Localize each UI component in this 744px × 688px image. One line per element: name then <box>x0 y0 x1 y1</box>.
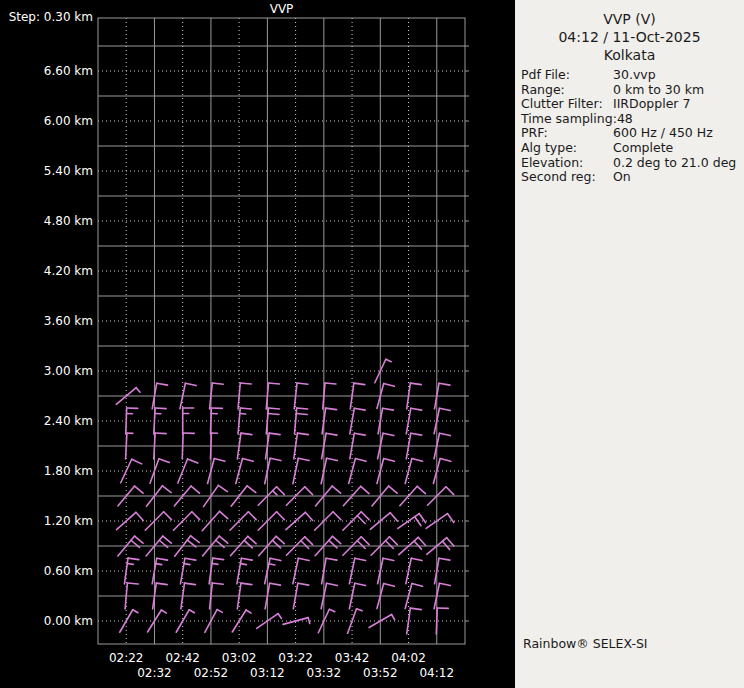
wind-barb <box>286 512 313 529</box>
site-name: Kolkata <box>515 46 744 64</box>
parameter-row: Time sampling:48 <box>521 112 742 127</box>
x-axis-label: 03:42 <box>322 650 382 666</box>
parameter-row: Range:0 km to 30 km <box>521 83 742 98</box>
barb-segment <box>240 408 251 409</box>
barb-segment <box>269 383 280 384</box>
barb-segment <box>191 536 200 543</box>
parameter-value: 0 km to 30 km <box>613 83 742 98</box>
barb-segment <box>191 486 199 493</box>
barb-segment <box>389 486 397 493</box>
wind-barb <box>205 610 223 633</box>
barb-segment <box>383 558 394 560</box>
y-axis-label: 6.00 km <box>0 113 93 129</box>
barb-segment <box>241 583 252 585</box>
x-axis-label: 02:22 <box>96 650 156 666</box>
barb-segment <box>270 458 281 460</box>
barb-segment <box>247 486 256 493</box>
barb-segment <box>383 433 394 435</box>
y-axis-label: 1.80 km <box>0 463 93 479</box>
barb-segment <box>278 614 281 619</box>
barb-segment <box>386 541 394 549</box>
barb-segment <box>185 583 196 585</box>
barb-segment <box>244 540 252 547</box>
barb-segment <box>357 609 363 611</box>
barb-segment <box>266 383 268 409</box>
y-axis-label: 4.20 km <box>0 263 93 279</box>
barb-segment <box>355 583 366 585</box>
barb-segment <box>241 558 252 560</box>
barb-segment <box>269 564 275 565</box>
barb-segment <box>332 486 340 493</box>
barb-segment <box>240 414 246 415</box>
barb-segment <box>155 408 166 409</box>
barb-segment <box>329 540 337 547</box>
barb-segment <box>161 610 166 613</box>
product-info-panel: VVP (V) 04:12 / 11-Oct-2025 Kolkata Pdf … <box>515 0 744 688</box>
barb-segment <box>217 610 222 613</box>
y-axis-label: 0.60 km <box>0 563 93 579</box>
barb-segment <box>210 408 211 434</box>
parameter-value: IIRDoppler 7 <box>613 97 742 112</box>
barb-segment <box>157 383 168 385</box>
barb-segment <box>126 433 127 459</box>
barb-segment <box>163 536 171 543</box>
barb-segment <box>410 608 421 610</box>
parameter-label: Range: <box>521 83 613 98</box>
barb-segment <box>126 408 127 434</box>
barb-segment <box>277 512 285 520</box>
barb-segment <box>266 408 268 434</box>
barb-segment <box>248 536 256 543</box>
barb-segment <box>361 512 369 520</box>
barb-segment <box>410 383 421 385</box>
barb-segment <box>355 458 366 461</box>
barb-segment <box>268 414 279 415</box>
barb-segment <box>361 537 369 545</box>
wind-barb <box>377 458 394 483</box>
parameter-label: Elevation: <box>521 156 613 171</box>
wind-barb <box>154 408 166 434</box>
parameter-row: Elevation:0.2 deg to 21.0 deg <box>521 156 742 171</box>
barb-segment <box>125 583 127 609</box>
parameter-label: Pdf File: <box>521 68 613 83</box>
barb-segment <box>189 610 194 613</box>
barb-segment <box>297 383 308 384</box>
barb-segment <box>162 486 171 493</box>
y-axis-label: 3.00 km <box>0 363 93 379</box>
barb-segment <box>384 583 395 586</box>
barb-segment <box>305 512 312 520</box>
barb-segment <box>447 538 454 546</box>
x-axis-label: 03:32 <box>294 665 354 681</box>
barb-segment <box>220 511 228 518</box>
parameter-value: 0.2 deg to 21.0 deg <box>613 156 742 171</box>
barb-segment <box>305 537 313 545</box>
barb-segment <box>270 558 281 560</box>
barb-segment <box>412 583 423 586</box>
barb-segment <box>301 541 309 549</box>
barb-segment <box>156 564 162 565</box>
barb-segment <box>440 458 451 461</box>
barb-segment <box>246 610 251 613</box>
wind-barb <box>232 610 251 632</box>
barb-segment <box>127 564 133 565</box>
parameter-value: Complete <box>613 141 742 156</box>
barb-segment <box>390 537 398 545</box>
barb-segment <box>241 433 252 435</box>
x-axis-label: 02:52 <box>181 665 241 681</box>
parameter-value: 600 Hz / 450 Hz <box>613 126 742 141</box>
barb-segment <box>135 536 143 543</box>
x-axis-label: 04:12 <box>407 665 467 681</box>
barb-segment <box>127 583 138 584</box>
barb-segment <box>446 487 454 495</box>
barb-segment <box>218 485 227 491</box>
barb-segment <box>327 458 338 460</box>
barb-segment <box>439 433 450 435</box>
barb-segment <box>133 610 138 613</box>
barb-segment <box>384 458 395 461</box>
barb-segment <box>329 609 334 612</box>
barb-segment <box>192 512 200 520</box>
barb-segment <box>357 541 365 549</box>
barb-segment <box>248 512 256 520</box>
barb-segment <box>417 486 425 493</box>
barb-segment <box>277 487 285 495</box>
barb-segment <box>308 618 310 624</box>
